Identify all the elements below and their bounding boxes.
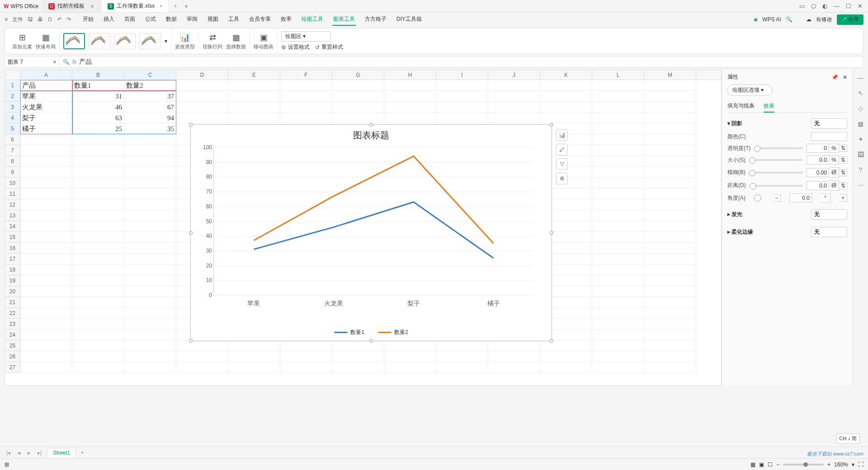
chart-style-thumb[interactable] [139, 33, 161, 49]
cell[interactable] [20, 167, 72, 178]
row-header[interactable]: 22 [5, 308, 20, 319]
cell[interactable] [72, 362, 124, 373]
cell[interactable] [540, 102, 592, 113]
row-header[interactable]: 18 [5, 264, 20, 275]
menu-item[interactable]: 审阅 [186, 14, 198, 26]
menu-item[interactable]: 工具 [227, 14, 240, 26]
cell[interactable] [280, 80, 332, 91]
menu-item[interactable]: 图表工具 [332, 14, 356, 26]
column-header[interactable]: H [384, 70, 436, 80]
shadow-section-toggle[interactable]: ▾ 阴影无 [727, 117, 847, 131]
cell[interactable] [592, 134, 644, 145]
glow-preset-dropdown[interactable]: 无 [811, 209, 847, 220]
cell[interactable] [644, 80, 696, 91]
cell[interactable] [592, 210, 644, 221]
cell[interactable] [540, 91, 592, 102]
cell[interactable] [72, 188, 124, 199]
cell[interactable] [176, 91, 228, 102]
menu-item[interactable]: 数据 [165, 14, 178, 26]
cell[interactable] [540, 80, 592, 91]
rail-help-icon[interactable]: ? [859, 166, 863, 174]
cell[interactable] [20, 264, 72, 275]
chart-handle[interactable] [550, 231, 553, 235]
cell[interactable] [124, 145, 176, 156]
minimize-button[interactable]: — [834, 3, 840, 9]
cell[interactable] [540, 351, 592, 362]
glow-section-toggle[interactable]: ▸ 发光无 [727, 207, 847, 221]
panel-scope-dropdown[interactable]: 绘图区选项 ▾ [727, 85, 772, 96]
angle-dial-icon[interactable] [754, 194, 761, 202]
cell[interactable] [72, 156, 124, 167]
row-header[interactable]: 11 [5, 188, 20, 199]
row-header[interactable]: 3 [5, 102, 20, 113]
cell[interactable] [280, 340, 332, 351]
row-header[interactable]: 21 [5, 297, 20, 308]
cell[interactable] [72, 145, 124, 156]
cell[interactable] [124, 340, 176, 351]
row-header[interactable]: 24 [5, 329, 20, 340]
cell[interactable] [228, 340, 280, 351]
row-header[interactable]: 19 [5, 275, 20, 286]
cell[interactable] [72, 319, 124, 329]
cell[interactable] [20, 188, 72, 199]
cell[interactable] [644, 329, 696, 340]
shadow-blur-input[interactable]: 0.00 [807, 168, 829, 177]
zoom-slider[interactable] [783, 464, 824, 465]
chart-filter-button[interactable]: ▽ [556, 158, 568, 170]
cell[interactable] [72, 329, 124, 340]
menu-item[interactable]: 插入 [103, 14, 115, 26]
cell[interactable] [228, 362, 280, 373]
column-header[interactable]: K [540, 70, 592, 80]
cell[interactable] [384, 362, 436, 373]
cell[interactable] [72, 286, 124, 297]
menu-item[interactable]: 会员专享 [248, 14, 272, 26]
cell[interactable] [488, 80, 540, 91]
column-header[interactable]: A [20, 70, 72, 80]
zoom-out-button[interactable]: − [776, 461, 779, 468]
cell[interactable] [72, 221, 124, 232]
row-header[interactable]: 12 [5, 199, 20, 210]
cell[interactable] [124, 286, 176, 297]
cell[interactable] [124, 297, 176, 308]
cell[interactable] [592, 199, 644, 210]
cell[interactable] [488, 102, 540, 113]
cell[interactable] [644, 156, 696, 167]
chart-legend[interactable]: 数量1数量2 [191, 329, 552, 336]
chart-elements-button[interactable]: 📊 [556, 129, 568, 141]
set-format-button[interactable]: ⚙设置格式 [281, 43, 310, 51]
cell[interactable] [20, 308, 72, 319]
zoom-formula-icon[interactable]: 🔍 [63, 59, 70, 65]
maximize-button[interactable]: ☐ [846, 3, 851, 9]
shadow-size-slider[interactable] [749, 159, 803, 161]
cell[interactable] [176, 340, 228, 351]
cell[interactable] [20, 221, 72, 232]
column-header[interactable]: C [124, 70, 176, 80]
cell[interactable] [384, 102, 436, 113]
pin-icon[interactable]: 📌 [831, 74, 838, 80]
cell[interactable] [644, 264, 696, 275]
row-header[interactable]: 8 [5, 156, 20, 167]
column-header[interactable]: J [488, 70, 540, 80]
wps-ai-button[interactable]: WPS AI [762, 16, 781, 23]
cell[interactable] [592, 351, 644, 362]
cell[interactable] [384, 91, 436, 102]
cell[interactable] [228, 80, 280, 91]
cell[interactable] [20, 362, 72, 373]
cell[interactable] [72, 340, 124, 351]
cell[interactable] [436, 102, 488, 113]
row-header[interactable]: 17 [5, 254, 20, 264]
cell[interactable] [436, 362, 488, 373]
cell[interactable] [488, 91, 540, 102]
row-header[interactable]: 5 [5, 123, 20, 134]
cell[interactable] [592, 275, 644, 286]
chart-object[interactable]: 图表标题 0102030405060708090100苹果火龙果梨子橘子 数量1… [190, 124, 552, 341]
cell[interactable] [124, 188, 176, 199]
save-icon[interactable]: 🖫 [28, 16, 33, 23]
cell[interactable] [20, 275, 72, 286]
cell[interactable] [644, 232, 696, 243]
menu-item[interactable]: 开始 [82, 14, 94, 26]
cell[interactable] [592, 80, 644, 91]
chart-handle[interactable] [189, 123, 193, 127]
chart-settings-button[interactable]: ⚙ [556, 173, 568, 184]
cell[interactable] [644, 275, 696, 286]
